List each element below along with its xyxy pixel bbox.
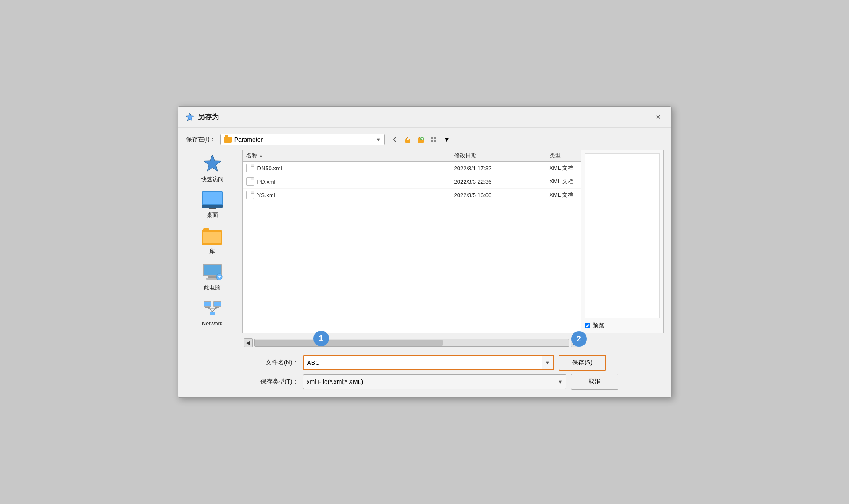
file-type-cell: XML 文档 — [550, 164, 577, 172]
sidebar-item-label: 库 — [209, 247, 215, 255]
filetype-select[interactable]: xml File(*.xml;*.XML) — [303, 374, 566, 389]
column-type[interactable]: 类型 — [550, 152, 577, 159]
file-list-body: DN50.xml 2022/3/1 17:32 XML 文档 PD.xml 20… — [243, 162, 581, 333]
scroll-right-button[interactable]: 2 ▶ — [571, 338, 579, 347]
save-as-dialog: 另存为 × 保存在(I)： Parameter ▼ — [178, 106, 672, 398]
file-name-cell: PD.xml — [246, 177, 454, 186]
computer-icon — [202, 263, 223, 282]
svg-rect-5 — [431, 137, 433, 139]
svg-rect-8 — [434, 140, 436, 142]
svg-rect-18 — [204, 265, 221, 275]
svg-rect-26 — [214, 302, 221, 306]
svg-marker-9 — [204, 155, 221, 171]
cancel-button-container: 取消 — [571, 374, 618, 390]
preview-label: 预览 — [593, 322, 604, 329]
scrollbar-track[interactable] — [254, 339, 569, 347]
svg-rect-16 — [203, 232, 221, 243]
up-folder-button[interactable] — [402, 134, 413, 145]
sidebar-item-label: 桌面 — [207, 211, 218, 219]
svg-rect-23 — [204, 302, 211, 306]
sidebar-item-desktop[interactable]: 桌面 — [186, 188, 239, 222]
path-dropdown[interactable]: Parameter ▼ — [220, 134, 385, 145]
chevron-down-icon: ▼ — [376, 137, 381, 142]
filename-dropdown-button[interactable]: ▼ — [542, 355, 554, 370]
svg-rect-29 — [210, 312, 215, 315]
file-date-cell: 2022/3/3 22:36 — [454, 179, 550, 185]
filename-row: 文件名(N)： ▼ 保存(S) — [186, 355, 664, 371]
file-date-cell: 2022/3/5 16:00 — [454, 192, 550, 198]
save-in-label: 保存在(I)： — [186, 136, 216, 143]
badge-1: 1 — [313, 331, 329, 346]
current-folder-text: Parameter — [234, 136, 374, 143]
sidebar-item-network[interactable]: Network — [186, 296, 239, 330]
column-name[interactable]: 名称 ▲ — [246, 152, 454, 159]
sidebar-item-computer[interactable]: 此电脑 — [186, 260, 239, 295]
svg-rect-6 — [434, 137, 436, 139]
file-icon — [246, 177, 254, 186]
main-content: 快速访问 桌面 — [186, 150, 664, 333]
file-list-header: 名称 ▲ 修改日期 类型 — [243, 150, 581, 162]
close-button[interactable]: × — [652, 111, 664, 123]
filename-input[interactable] — [303, 355, 542, 370]
toolbar-dropdown-button[interactable]: ▼ — [441, 134, 452, 145]
filetype-select-wrap: xml File(*.xml;*.XML) ▼ — [303, 374, 566, 389]
title-bar-left: 另存为 — [185, 112, 219, 122]
svg-rect-11 — [203, 192, 222, 204]
save-button[interactable]: 保存(S) — [559, 355, 606, 371]
svg-rect-7 — [431, 140, 433, 142]
preview-checkbox-row: 预览 — [585, 322, 604, 329]
table-row[interactable]: DN50.xml 2022/3/1 17:32 XML 文档 — [243, 162, 581, 175]
file-icon — [246, 191, 254, 199]
toolbar-icons: ▼ — [389, 134, 452, 145]
scrollbar-thumb — [255, 340, 443, 346]
dropdown-arrow-icon: ▼ — [444, 136, 450, 143]
desktop-icon — [202, 191, 223, 209]
scroll-left-button[interactable]: ◀ — [244, 338, 253, 347]
app-icon — [185, 112, 195, 122]
file-type-cell: XML 文档 — [550, 178, 577, 185]
scrollbar-container: 1 ◀ 2 ▶ — [244, 338, 579, 347]
scrollbar-row: 1 ◀ 2 ▶ — [186, 338, 664, 347]
top-bar: 保存在(I)： Parameter ▼ — [186, 134, 664, 145]
sidebar-item-quick-access[interactable]: 快速访问 — [186, 150, 239, 187]
folder-icon — [224, 137, 232, 143]
sort-arrow-icon: ▲ — [259, 153, 263, 158]
file-type-cell: XML 文档 — [550, 191, 577, 199]
svg-rect-13 — [209, 208, 216, 209]
file-name-cell: YS.xml — [246, 191, 454, 199]
svg-rect-19 — [208, 276, 217, 278]
bottom-form: 文件名(N)： ▼ 保存(S) 保存类型(T)： xml File(*.xml;… — [186, 355, 664, 390]
sidebar-item-library[interactable]: 库 — [186, 223, 239, 259]
file-panel: 名称 ▲ 修改日期 类型 DN50.xml — [242, 150, 581, 333]
sidebar: 快速访问 桌面 — [186, 150, 242, 333]
back-button[interactable] — [389, 134, 400, 145]
library-icon — [202, 227, 223, 246]
table-row[interactable]: PD.xml 2022/3/3 22:36 XML 文档 — [243, 175, 581, 189]
file-date-cell: 2022/3/1 17:32 — [454, 165, 550, 172]
preview-area — [585, 153, 660, 318]
filename-input-group: ▼ — [303, 355, 554, 370]
right-buttons: 保存(S) — [559, 355, 606, 371]
filename-label: 文件名(N)： — [247, 359, 299, 367]
file-icon — [246, 164, 254, 172]
badge-2: 2 — [571, 331, 587, 347]
svg-rect-15 — [203, 228, 209, 231]
preview-panel: 预览 — [581, 150, 664, 333]
column-date[interactable]: 修改日期 — [454, 152, 550, 159]
view-options-button[interactable] — [428, 134, 439, 145]
dialog-title: 另存为 — [198, 113, 219, 122]
dialog-body: 保存在(I)： Parameter ▼ — [178, 128, 671, 397]
sidebar-item-label: 快速访问 — [201, 176, 224, 183]
sidebar-item-label: 此电脑 — [204, 284, 221, 292]
table-row[interactable]: YS.xml 2022/3/5 16:00 XML 文档 — [243, 189, 581, 202]
new-folder-button[interactable] — [415, 134, 426, 145]
star-icon — [202, 153, 223, 174]
svg-rect-12 — [202, 205, 223, 208]
filetype-label: 保存类型(T)： — [247, 378, 299, 386]
filetype-row: 保存类型(T)： xml File(*.xml;*.XML) ▼ 取消 — [186, 374, 664, 390]
sidebar-item-label: Network — [202, 320, 223, 327]
title-bar: 另存为 × — [178, 107, 671, 128]
file-name-cell: DN50.xml — [246, 164, 454, 172]
preview-checkbox[interactable] — [585, 323, 590, 328]
cancel-button[interactable]: 取消 — [571, 374, 618, 390]
